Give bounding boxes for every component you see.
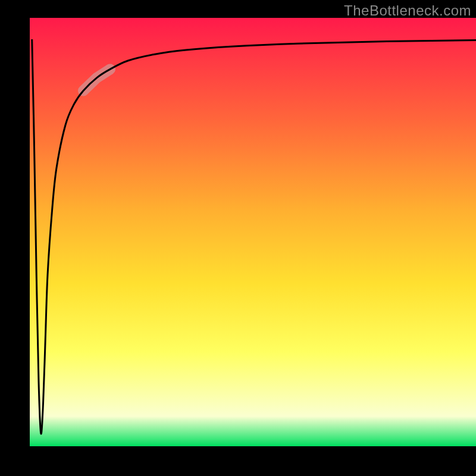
curve-svg — [30, 18, 476, 446]
bottleneck-curve — [32, 39, 476, 434]
plot-area — [30, 18, 476, 446]
watermark-text: TheBottleneck.com — [344, 2, 471, 19]
